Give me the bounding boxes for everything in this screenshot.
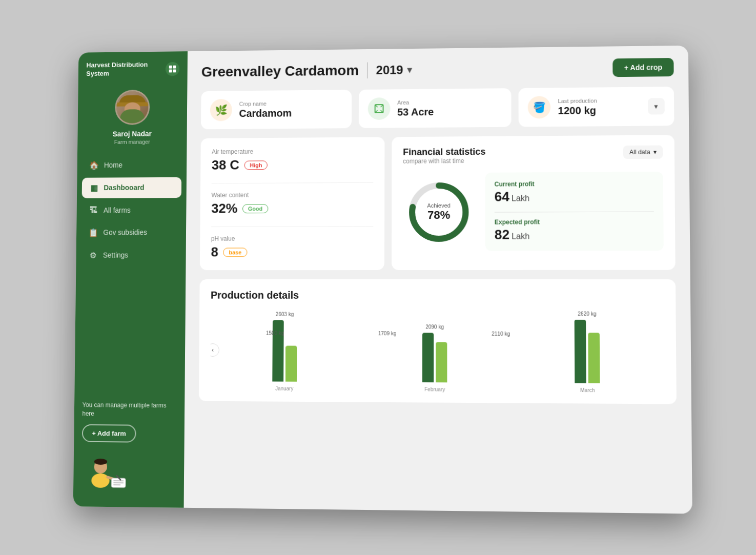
crop-label: Crop name bbox=[239, 100, 292, 107]
ph-label: pH value bbox=[211, 235, 373, 242]
donut-achieved-label: Achieved bbox=[427, 202, 450, 208]
sidebar-item-settings[interactable]: ⚙ Settings bbox=[81, 244, 181, 265]
info-card-area: Area 53 Acre bbox=[358, 88, 511, 128]
bar-label-jan-1: 2603 kg bbox=[275, 311, 293, 317]
year-selector[interactable]: 2019 ▾ bbox=[376, 63, 412, 77]
title-divider bbox=[366, 62, 367, 78]
year-value: 2019 bbox=[376, 63, 403, 77]
expected-profit-row: Expected profit 82 Lakh bbox=[494, 218, 653, 242]
profit-stats: Current profit 64 Lakh Expected profit 8… bbox=[485, 171, 663, 251]
bar-month-jan: January bbox=[275, 385, 293, 391]
sidebar-promo-text: You can manage multiple farms here bbox=[82, 401, 176, 419]
sidebar-item-allfarms[interactable]: 🏗 All farms bbox=[81, 199, 181, 220]
svg-point-2 bbox=[94, 458, 107, 464]
air-temperature-row: Air temperature 38 C High bbox=[211, 147, 373, 173]
bar-label-mar-1: 2620 kg bbox=[578, 311, 596, 316]
water-value: 32% bbox=[211, 200, 237, 216]
user-role: Farm manager bbox=[114, 138, 150, 145]
bar-jan-dark bbox=[272, 320, 283, 381]
svg-point-0 bbox=[91, 473, 109, 487]
current-profit-label: Current profit bbox=[494, 180, 653, 188]
avatar bbox=[115, 89, 150, 125]
page-title: Greenvalley Cardamom bbox=[201, 62, 358, 80]
water-label: Water content bbox=[211, 191, 373, 198]
bar-mar-light bbox=[588, 333, 600, 383]
info-card-crop: 🌿 Crop name Cardamom bbox=[200, 90, 351, 129]
ph-badge: base bbox=[223, 247, 247, 256]
crop-value: Cardamom bbox=[239, 107, 292, 119]
sidebar-illustration bbox=[81, 447, 176, 489]
donut-percent: 78% bbox=[427, 208, 450, 221]
soil-card: Air temperature 38 C High Water content … bbox=[199, 137, 384, 270]
govsubsidies-icon: 📋 bbox=[88, 228, 98, 237]
allfarms-icon: 🏗 bbox=[88, 205, 98, 215]
all-data-button[interactable]: All data ▾ bbox=[623, 145, 663, 159]
ph-value-row: pH value 8 base bbox=[211, 235, 373, 260]
page-header: Greenvalley Cardamom 2019 ▾ + Add crop bbox=[201, 58, 673, 81]
bar-jan-light bbox=[285, 345, 296, 381]
middle-section: Air temperature 38 C High Water content … bbox=[199, 135, 675, 270]
grid-menu-icon[interactable] bbox=[165, 61, 179, 76]
production-section: Production details ‹ 2603 kg January 150… bbox=[198, 279, 676, 404]
bar-label-feb-1: 2090 kg bbox=[425, 324, 444, 330]
home-icon: 🏠 bbox=[89, 160, 99, 170]
sidebar-item-dashboard[interactable]: ▦ Dashbooard bbox=[81, 177, 181, 198]
sidebar-label-govsubsidies: Gov subsidies bbox=[103, 228, 147, 236]
area-icon bbox=[367, 97, 390, 120]
user-name: Saroj Nadar bbox=[112, 129, 151, 137]
app-title2: System bbox=[86, 69, 148, 78]
production-value: 1200 kg bbox=[558, 104, 597, 116]
expected-profit-unit: Lakh bbox=[512, 232, 529, 241]
financial-title: Financial statistics bbox=[403, 146, 485, 157]
bar-month-mar: March bbox=[580, 387, 595, 393]
bar-label-mar-2: 2110 kg bbox=[492, 331, 510, 336]
production-dropdown[interactable]: ▾ bbox=[647, 98, 664, 114]
donut-chart: Achieved 78% bbox=[403, 176, 475, 248]
sidebar-label-dashboard: Dashbooard bbox=[104, 183, 144, 192]
all-data-label: All data bbox=[629, 148, 650, 155]
bar-label-jan-2: 1500 kg bbox=[265, 330, 283, 336]
bar-month-feb: February bbox=[424, 386, 445, 392]
sidebar-label-settings: Settings bbox=[103, 251, 128, 259]
expected-profit-value: 82 bbox=[494, 227, 509, 242]
info-card-production: 🪣 Last production 1200 kg ▾ bbox=[518, 87, 674, 127]
chart-group-jan: 2603 kg January bbox=[214, 311, 355, 392]
settings-icon: ⚙ bbox=[88, 250, 98, 260]
add-crop-button[interactable]: + Add crop bbox=[612, 58, 673, 77]
production-chart: ‹ 2603 kg January 1500 kg 2090 kg bbox=[210, 309, 664, 393]
financial-card: Financial statistics compare with last t… bbox=[392, 135, 676, 270]
crop-icon: 🌿 bbox=[210, 99, 232, 121]
air-temp-value: 38 C bbox=[211, 157, 239, 173]
sidebar-item-home[interactable]: 🏠 Home bbox=[82, 154, 181, 175]
sidebar-label-allfarms: All farms bbox=[103, 206, 130, 214]
current-profit-value: 64 bbox=[494, 189, 509, 204]
sidebar-item-govsubsidies[interactable]: 📋 Gov subsidies bbox=[81, 222, 181, 243]
financial-subtitle: compare with last time bbox=[403, 157, 485, 165]
all-data-chevron: ▾ bbox=[653, 148, 656, 155]
app-title: Harvest Distribution bbox=[86, 60, 148, 70]
production-icon: 🪣 bbox=[528, 96, 551, 118]
dashboard-icon: ▦ bbox=[89, 183, 99, 193]
air-temp-label: Air temperature bbox=[212, 147, 373, 155]
expected-profit-label: Expected profit bbox=[494, 218, 653, 225]
add-farm-button[interactable]: + Add farm bbox=[81, 424, 136, 442]
svg-line-13 bbox=[380, 110, 383, 113]
production-label: Last production bbox=[558, 97, 597, 104]
ph-value: 8 bbox=[211, 244, 218, 260]
year-chevron-icon: ▾ bbox=[407, 64, 412, 75]
sidebar-label-home: Home bbox=[104, 161, 122, 169]
water-content-row: Water content 32% Good bbox=[211, 191, 373, 216]
bar-mar-dark bbox=[574, 319, 586, 383]
bar-label-feb-2: 1709 kg bbox=[378, 331, 396, 336]
water-badge: Good bbox=[242, 203, 268, 213]
bar-feb-light bbox=[436, 342, 447, 382]
current-profit-row: Current profit 64 Lakh bbox=[494, 180, 653, 205]
current-profit-unit: Lakh bbox=[511, 194, 529, 203]
air-temp-badge: High bbox=[244, 160, 268, 169]
area-value: 53 Acre bbox=[397, 106, 434, 117]
nav-menu: 🏠 Home ▦ Dashbooard 🏗 All farms 📋 Gov su… bbox=[74, 154, 187, 388]
chart-group-mar: 2620 kg March bbox=[515, 311, 660, 393]
bar-feb-dark bbox=[422, 333, 433, 382]
production-title: Production details bbox=[210, 289, 664, 301]
info-cards-row: 🌿 Crop name Cardamom Ar bbox=[200, 87, 673, 129]
